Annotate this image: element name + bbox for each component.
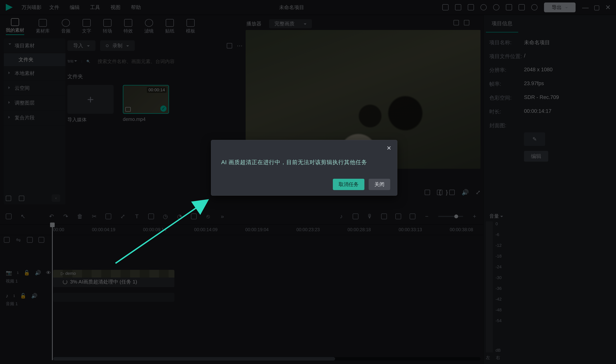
expand-icon[interactable]: ⤢ — [120, 213, 126, 219]
quality-dropdown[interactable]: 完整画质 — [269, 19, 312, 28]
search-input[interactable] — [95, 57, 243, 66]
zoom-in-icon[interactable]: + — [472, 213, 477, 219]
save-icon[interactable] — [468, 4, 474, 10]
more-icon[interactable]: ⋯ — [237, 42, 243, 49]
delete-icon[interactable]: 🗑 — [77, 213, 83, 219]
playhead[interactable] — [52, 225, 53, 360]
props-tab[interactable]: 项目信息 — [486, 15, 518, 32]
crop-icon[interactable] — [105, 213, 111, 219]
track-link-icon[interactable]: ⇋ — [15, 237, 21, 243]
mixer-icon[interactable]: ♪ — [338, 213, 344, 219]
tl-cursor-icon[interactable]: ↖ — [20, 213, 26, 219]
volume-icon[interactable]: 🔊 — [462, 189, 469, 196]
left-project[interactable]: 项目素材 — [4, 39, 65, 53]
monitor-icon[interactable] — [437, 190, 442, 195]
mask-icon[interactable] — [148, 213, 154, 219]
link-icon[interactable]: ⎋ — [205, 213, 211, 219]
left-layers[interactable]: 调整图层 — [4, 96, 65, 111]
left-cloud[interactable]: 云空间 — [4, 81, 65, 96]
tl-tool-1[interactable] — [6, 213, 12, 219]
menu-file[interactable]: 文件 — [49, 4, 59, 11]
lock-icon[interactable]: 🔓 — [24, 270, 30, 276]
timeline-scrollbar[interactable] — [53, 357, 480, 361]
fullscreen-icon[interactable]: ⤢ — [476, 189, 480, 196]
smart-dropdown[interactable]: 智能 — [67, 59, 77, 64]
marker-icon[interactable] — [353, 213, 358, 219]
user-icon[interactable] — [531, 4, 537, 10]
new-folder-icon[interactable] — [6, 196, 11, 201]
caption-icon[interactable] — [410, 213, 415, 219]
timeline-ruler[interactable]: 00:0000:00:04:1900:00:09:1400:00:14:0900… — [0, 224, 483, 235]
header-icon-1[interactable] — [442, 4, 448, 10]
mark-in-icon[interactable]: { — [439, 189, 441, 196]
view-mode-icon[interactable] — [454, 20, 459, 25]
filter-icon[interactable] — [227, 43, 232, 48]
libtab-template[interactable]: 模板 — [186, 19, 195, 34]
window-close-icon[interactable]: ✕ — [605, 3, 610, 11]
support-icon[interactable] — [493, 4, 499, 10]
track-snap-icon[interactable] — [39, 237, 44, 243]
libtab-my-media[interactable]: 我的素材 — [6, 18, 24, 35]
import-media-tile[interactable]: + — [67, 85, 113, 114]
libtab-audio[interactable]: 音频 — [61, 19, 70, 34]
menu-help[interactable]: 帮助 — [131, 4, 141, 11]
folder-icon[interactable] — [19, 196, 24, 201]
more-tools-icon[interactable]: » — [219, 213, 225, 219]
keyframe-icon[interactable] — [191, 213, 197, 219]
left-compound[interactable]: 复合片段 — [4, 111, 65, 125]
clip-thumbnail[interactable]: 00:00:14 ✓ — [123, 85, 169, 114]
zoom-out-icon[interactable]: − — [424, 213, 430, 219]
window-maximize-icon[interactable]: ▢ — [594, 3, 599, 11]
speed-icon[interactable]: ◷ — [162, 213, 168, 219]
mute-icon[interactable]: 🔊 — [31, 293, 37, 299]
menu-view[interactable]: 视图 — [111, 4, 121, 11]
display-dropdown-icon[interactable] — [425, 190, 430, 195]
import-dropdown[interactable]: 导入 — [67, 40, 96, 51]
libtab-sticker[interactable]: 贴纸 — [165, 19, 174, 34]
video-clip[interactable]: ▷ demo 3% AI画质超清处理中 (任务 1) — [53, 270, 174, 287]
close-button[interactable]: 关闭 — [369, 179, 390, 190]
export-button[interactable]: 导出 — [544, 2, 575, 12]
left-local[interactable]: 本地素材 — [4, 66, 65, 81]
libtab-transition[interactable]: 转场 — [103, 19, 112, 34]
window-minimize-icon[interactable]: — — [582, 4, 587, 11]
track-magnet-icon[interactable] — [27, 237, 33, 243]
picture-icon[interactable] — [464, 20, 469, 25]
edit-button[interactable]: 编辑 — [524, 151, 548, 162]
modal-close-icon[interactable]: ✕ — [387, 145, 391, 151]
cancel-task-button[interactable]: 取消任务 — [333, 179, 364, 190]
redo-icon[interactable]: ↷ — [63, 213, 69, 219]
project-title: 未命名项目 — [149, 4, 435, 11]
lock-icon[interactable]: 🔓 — [20, 293, 26, 299]
left-folder[interactable]: 文件夹 — [4, 53, 65, 66]
apps-icon[interactable] — [506, 4, 512, 10]
mute-icon[interactable]: 🔊 — [35, 270, 41, 276]
color-icon[interactable]: ◔ — [177, 213, 182, 219]
list-icon[interactable] — [381, 213, 387, 219]
screen-icon[interactable] — [395, 213, 401, 219]
undo-icon[interactable]: ↶ — [49, 213, 54, 219]
add-to-timeline-icon[interactable] — [125, 107, 131, 112]
cut-icon[interactable]: ✂ — [91, 213, 97, 219]
libtab-stock[interactable]: 素材库 — [36, 19, 50, 34]
audio-clip[interactable] — [53, 293, 174, 302]
cloud-icon[interactable] — [480, 4, 487, 10]
record-dropdown[interactable]: 录制 — [100, 40, 135, 51]
visibility-icon[interactable]: 👁 — [46, 270, 51, 276]
ai-task-modal: ✕ AI 画质超清正在进行中，目前无法对该剪辑执行其他任务 取消任务 关闭 — [211, 140, 397, 196]
menu-edit[interactable]: 编辑 — [70, 4, 80, 11]
mic-icon[interactable]: 🎙 — [367, 213, 373, 219]
mark-out-icon[interactable]: } — [446, 189, 448, 196]
zoom-slider[interactable] — [438, 216, 463, 217]
header-icon-2[interactable] — [455, 4, 461, 10]
libtab-filter[interactable]: 滤镜 — [144, 19, 154, 34]
text-tool-icon[interactable]: T — [134, 213, 140, 219]
libtab-text[interactable]: 文字 — [82, 19, 91, 34]
cover-edit-icon[interactable]: ✎ — [524, 132, 545, 146]
track-manage-icon[interactable] — [4, 237, 10, 243]
collapse-left-icon[interactable]: ‹ — [52, 195, 60, 202]
menu-tools[interactable]: 工具 — [90, 4, 100, 11]
snapshot-icon[interactable] — [449, 190, 455, 195]
cart-icon[interactable] — [518, 4, 525, 10]
libtab-effects[interactable]: 特效 — [124, 19, 133, 34]
